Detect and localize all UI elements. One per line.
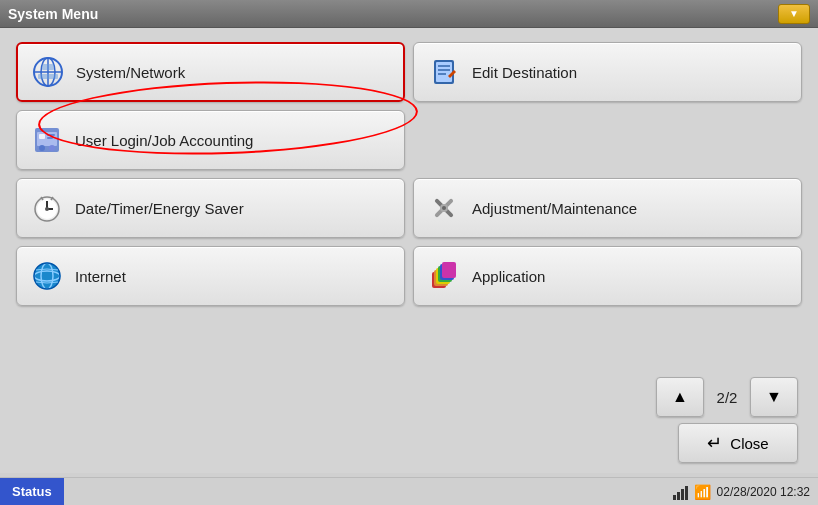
book-icon (426, 54, 462, 90)
menu-btn-adjustment-label: Adjustment/Maintenance (472, 200, 637, 217)
menu-grid: System/Network Edit Destination (16, 42, 802, 306)
apps-icon (426, 258, 462, 294)
pagination: ▲ 2/2 ▼ (656, 377, 798, 417)
svg-rect-16 (47, 137, 53, 139)
close-button[interactable]: ↵ Close (678, 423, 798, 463)
menu-btn-application-label: Application (472, 268, 545, 285)
wifi-icon: 📶 (694, 484, 711, 500)
users-icon (29, 122, 65, 158)
bar1 (673, 495, 676, 500)
menu-btn-date-timer[interactable]: Date/Timer/Energy Saver (16, 178, 405, 238)
page-down-btn[interactable]: ▼ (750, 377, 798, 417)
svg-point-29 (442, 206, 446, 210)
page-up-btn[interactable]: ▲ (656, 377, 704, 417)
svg-rect-4 (42, 64, 54, 70)
empty-cell-r2c2 (413, 110, 802, 170)
svg-point-17 (39, 145, 45, 151)
main-content: System/Network Edit Destination (0, 28, 818, 473)
menu-btn-adjustment[interactable]: Adjustment/Maintenance (413, 178, 802, 238)
menu-btn-date-timer-label: Date/Timer/Energy Saver (75, 200, 244, 217)
menu-btn-user-login[interactable]: User Login/Job Accounting (16, 110, 405, 170)
bar2 (677, 492, 680, 500)
status-right: 📶 02/28/2020 12:32 (673, 484, 818, 500)
globe-icon (29, 258, 65, 294)
bar4 (685, 486, 688, 500)
status-bar: Status 📶 02/28/2020 12:32 (0, 477, 818, 505)
menu-btn-internet[interactable]: Internet (16, 246, 405, 306)
tools-icon (426, 190, 462, 226)
menu-btn-application[interactable]: Application (413, 246, 802, 306)
menu-btn-edit-destination-label: Edit Destination (472, 64, 577, 81)
svg-rect-5 (38, 74, 58, 79)
bar3 (681, 489, 684, 500)
menu-btn-user-login-label: User Login/Job Accounting (75, 132, 253, 149)
svg-point-23 (45, 207, 49, 211)
svg-rect-39 (442, 262, 456, 278)
svg-rect-14 (39, 134, 45, 139)
menu-btn-system-network[interactable]: System/Network (16, 42, 405, 102)
svg-rect-7 (436, 62, 452, 82)
svg-rect-15 (47, 134, 55, 136)
signal-bars (673, 484, 688, 500)
network-icon (30, 54, 66, 90)
menu-btn-system-network-label: System/Network (76, 64, 185, 81)
svg-point-18 (49, 145, 55, 151)
menu-btn-internet-label: Internet (75, 268, 126, 285)
menu-btn-edit-destination[interactable]: Edit Destination (413, 42, 802, 102)
page-label: 2/2 (712, 389, 742, 406)
title-bar: System Menu (0, 0, 818, 28)
status-text: Status (0, 478, 64, 505)
title-bar-dropdown-btn[interactable] (778, 4, 810, 24)
title-bar-text: System Menu (8, 6, 98, 22)
datetime: 02/28/2020 12:32 (717, 485, 810, 499)
clock-icon (29, 190, 65, 226)
enter-icon: ↵ (707, 432, 722, 454)
close-label: Close (730, 435, 768, 452)
close-row: ↵ Close (678, 423, 798, 463)
